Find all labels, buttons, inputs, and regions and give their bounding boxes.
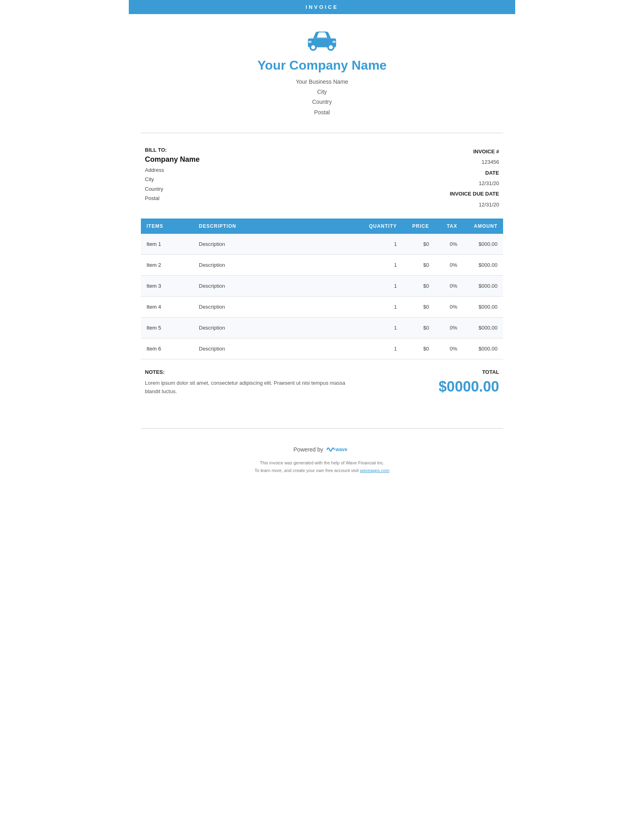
item-description: Description xyxy=(193,338,362,359)
table-row: Item 2 Description 1 $0 0% $000.00 xyxy=(141,255,503,276)
item-name: Item 1 xyxy=(141,234,193,255)
item-description: Description xyxy=(193,297,362,318)
table-row: Item 6 Description 1 $0 0% $000.00 xyxy=(141,338,503,359)
item-quantity: 1 xyxy=(362,255,402,276)
item-price: $0 xyxy=(402,318,435,338)
item-quantity: 1 xyxy=(362,276,402,297)
table-header-row: ITEMS DESCRIPTION QUANTITY PRICE TAX AMO… xyxy=(141,219,503,234)
item-tax: 0% xyxy=(435,297,463,318)
item-amount: $000.00 xyxy=(463,234,503,255)
col-price: PRICE xyxy=(402,219,435,234)
item-tax: 0% xyxy=(435,318,463,338)
item-description: Description xyxy=(193,255,362,276)
invoice-due-label: INVOICE DUE DATE xyxy=(450,191,499,197)
invoice-date-value: 12/31/20 xyxy=(479,180,499,186)
item-tax: 0% xyxy=(435,338,463,359)
bill-section: BILL TO: Company Name Address City Count… xyxy=(129,137,515,219)
notes-area: NOTES: Lorem ipsum dolor sit amet, conse… xyxy=(145,369,346,396)
notes-text: Lorem ipsum dolor sit amet, consectetur … xyxy=(145,379,346,396)
invoice-number-value: 123456 xyxy=(482,159,499,165)
table-row: Item 1 Description 1 $0 0% $000.00 xyxy=(141,234,503,255)
table-row: Item 3 Description 1 $0 0% $000.00 xyxy=(141,276,503,297)
header-divider xyxy=(141,133,503,133)
invoice-due-value: 12/31/20 xyxy=(479,202,499,208)
item-name: Item 6 xyxy=(141,338,193,359)
header-title: INVOICE xyxy=(305,4,338,10)
item-quantity: 1 xyxy=(362,234,402,255)
footer: Powered by wave This invoice was generat… xyxy=(129,437,515,487)
item-quantity: 1 xyxy=(362,318,402,338)
notes-label: NOTES: xyxy=(145,369,346,375)
invoice-number-value-row: 123456 xyxy=(419,157,499,167)
wave-logo: wave xyxy=(326,445,351,454)
company-postal: Postal xyxy=(137,107,507,118)
col-amount: AMOUNT xyxy=(463,219,503,234)
footer-disclaimer: This invoice was generated with the help… xyxy=(137,459,507,475)
bill-to: BILL TO: Company Name Address City Count… xyxy=(145,147,419,210)
invoice-due-label-row: INVOICE DUE DATE xyxy=(419,189,499,198)
item-tax: 0% xyxy=(435,276,463,297)
invoice-date-value-row: 12/31/20 xyxy=(419,179,499,188)
invoice-date-label: DATE xyxy=(485,170,499,176)
items-table: ITEMS DESCRIPTION QUANTITY PRICE TAX AMO… xyxy=(141,219,503,359)
item-amount: $000.00 xyxy=(463,255,503,276)
company-country: Country xyxy=(137,97,507,107)
table-header: ITEMS DESCRIPTION QUANTITY PRICE TAX AMO… xyxy=(141,219,503,234)
item-description: Description xyxy=(193,276,362,297)
col-description: DESCRIPTION xyxy=(193,219,362,234)
table-row: Item 4 Description 1 $0 0% $000.00 xyxy=(141,297,503,318)
footer-divider xyxy=(141,428,503,429)
table-row: Item 5 Description 1 $0 0% $000.00 xyxy=(141,318,503,338)
footer-line2-text: To learn more, and create your own free … xyxy=(254,468,359,473)
footer-line1: This invoice was generated with the help… xyxy=(137,459,507,467)
bill-to-label: BILL TO: xyxy=(145,147,419,153)
item-description: Description xyxy=(193,234,362,255)
header-bar: INVOICE xyxy=(129,0,515,14)
item-description: Description xyxy=(193,318,362,338)
svg-text:wave: wave xyxy=(335,446,347,452)
invoice-number-row: INVOICE # xyxy=(419,147,499,156)
item-tax: 0% xyxy=(435,255,463,276)
item-name: Item 4 xyxy=(141,297,193,318)
item-price: $0 xyxy=(402,234,435,255)
col-items: ITEMS xyxy=(141,219,193,234)
total-label: TOTAL xyxy=(439,369,499,375)
table-body: Item 1 Description 1 $0 0% $000.00 Item … xyxy=(141,234,503,359)
car-icon xyxy=(306,29,338,54)
item-name: Item 3 xyxy=(141,276,193,297)
item-amount: $000.00 xyxy=(463,276,503,297)
logo-section: Your Company Name Your Business Name Cit… xyxy=(129,14,515,129)
waveapps-link[interactable]: waveapps.com xyxy=(360,468,389,473)
item-name: Item 5 xyxy=(141,318,193,338)
business-name: Your Business Name xyxy=(137,77,507,87)
bill-postal: Postal xyxy=(145,194,419,203)
invoice-info: INVOICE # 123456 DATE 12/31/20 INVOICE D… xyxy=(419,147,499,210)
bill-country: Country xyxy=(145,184,419,194)
col-quantity: QUANTITY xyxy=(362,219,402,234)
bill-street: Address xyxy=(145,165,419,175)
notes-total-section: NOTES: Lorem ipsum dolor sit amet, conse… xyxy=(129,359,515,404)
item-quantity: 1 xyxy=(362,338,402,359)
total-amount: $0000.00 xyxy=(439,378,499,395)
col-tax: TAX xyxy=(435,219,463,234)
bill-city: City xyxy=(145,175,419,184)
item-amount: $000.00 xyxy=(463,318,503,338)
bill-company-name: Company Name xyxy=(145,155,419,164)
item-price: $0 xyxy=(402,255,435,276)
item-amount: $000.00 xyxy=(463,297,503,318)
item-quantity: 1 xyxy=(362,297,402,318)
company-name: Your Company Name xyxy=(137,58,507,73)
powered-by-text: Powered by xyxy=(293,446,323,453)
company-details: Your Business Name City Country Postal xyxy=(137,77,507,118)
svg-rect-6 xyxy=(332,41,336,43)
svg-point-2 xyxy=(311,45,315,49)
item-price: $0 xyxy=(402,276,435,297)
svg-point-4 xyxy=(329,45,333,49)
footer-line2: To learn more, and create your own free … xyxy=(137,467,507,475)
invoice-number-label: INVOICE # xyxy=(473,148,499,155)
powered-by: Powered by wave xyxy=(137,445,507,454)
company-city: City xyxy=(137,87,507,97)
item-amount: $000.00 xyxy=(463,338,503,359)
item-price: $0 xyxy=(402,338,435,359)
item-price: $0 xyxy=(402,297,435,318)
